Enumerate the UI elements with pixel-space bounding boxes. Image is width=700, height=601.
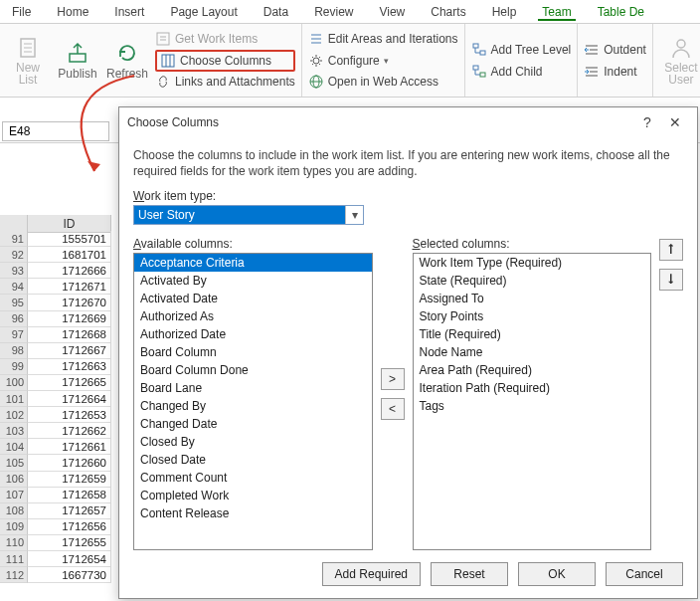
available-item[interactable]: Board Column Done [134, 361, 372, 379]
cell-id[interactable]: 1712670 [28, 295, 111, 310]
reset-button[interactable]: Reset [431, 562, 508, 586]
row-header[interactable]: 94 [0, 279, 28, 295]
row-header[interactable]: 92 [0, 247, 28, 263]
selected-item[interactable]: Title (Required) [414, 325, 651, 343]
available-columns-list[interactable]: Acceptance CriteriaActivated ByActivated… [133, 253, 373, 550]
tab-data[interactable]: Data [260, 3, 292, 21]
selected-item[interactable]: Area Path (Required) [414, 361, 651, 379]
available-item[interactable]: Closed By [134, 433, 372, 451]
tab-insert[interactable]: Insert [110, 3, 148, 21]
cell-id[interactable]: 1712657 [28, 503, 111, 519]
cell-id[interactable]: 1555701 [28, 231, 111, 247]
cell-id[interactable]: 1712656 [28, 519, 111, 535]
row-header[interactable]: 103 [0, 423, 28, 439]
move-down-button[interactable]: 🠗 [659, 269, 683, 291]
cell-id[interactable]: 1712661 [28, 439, 111, 455]
available-item[interactable]: Changed Date [134, 415, 372, 433]
available-item[interactable]: Acceptance Criteria [134, 254, 372, 272]
selected-item[interactable]: Story Points [414, 307, 651, 325]
cell-id[interactable]: 1712668 [28, 327, 111, 343]
available-item[interactable]: Closed Date [134, 451, 372, 469]
row-header[interactable]: 100 [0, 375, 28, 391]
work-item-type-combo[interactable]: User Story ▾ [133, 205, 364, 225]
tab-review[interactable]: Review [310, 3, 357, 21]
cell-id[interactable]: 1681701 [28, 247, 111, 263]
chevron-down-icon[interactable]: ▾ [345, 206, 363, 224]
choose-columns-button[interactable]: Choose Columns [155, 50, 295, 72]
row-header[interactable]: 107 [0, 488, 28, 503]
tab-charts[interactable]: Charts [427, 3, 469, 21]
cell-id[interactable]: 1712655 [28, 535, 111, 551]
indent-button[interactable]: Indent [584, 61, 646, 83]
row-header[interactable]: 98 [0, 343, 28, 359]
row-header[interactable]: 106 [0, 472, 28, 488]
cell-id[interactable]: 1712653 [28, 407, 111, 423]
cell-id[interactable]: 1712664 [28, 391, 111, 407]
selected-item[interactable]: Node Name [414, 343, 651, 361]
available-item[interactable]: Content Release [134, 504, 372, 522]
row-header[interactable]: 102 [0, 407, 28, 423]
cancel-button[interactable]: Cancel [606, 562, 683, 586]
row-header[interactable]: 96 [0, 311, 28, 327]
refresh-button[interactable]: Refresh [105, 28, 149, 93]
cell-id[interactable]: 1667730 [28, 567, 111, 583]
ok-button[interactable]: OK [518, 562, 596, 586]
row-header[interactable]: 111 [0, 551, 28, 567]
available-item[interactable]: Activated Date [134, 290, 372, 307]
row-header[interactable]: 108 [0, 503, 28, 519]
selected-item[interactable]: Work Item Type (Required) [414, 254, 651, 272]
outdent-button[interactable]: Outdent [584, 39, 646, 61]
move-right-button[interactable]: > [381, 368, 405, 390]
selected-columns-list[interactable]: Work Item Type (Required)State (Required… [413, 253, 652, 550]
available-item[interactable]: Authorized As [134, 307, 372, 325]
available-item[interactable]: Changed By [134, 397, 372, 415]
row-header[interactable]: 95 [0, 295, 28, 310]
move-up-button[interactable]: 🠕 [659, 239, 683, 261]
available-item[interactable]: Comment Count [134, 469, 372, 487]
cell-id[interactable]: 1712671 [28, 279, 111, 295]
selected-item[interactable]: State (Required) [414, 272, 651, 290]
row-header[interactable]: 110 [0, 535, 28, 551]
help-button[interactable]: ? [633, 108, 661, 136]
add-tree-level-button[interactable]: Add Tree Level [471, 39, 572, 61]
cell-id[interactable]: 1712654 [28, 551, 111, 567]
tab-help[interactable]: Help [488, 3, 521, 21]
selected-item[interactable]: Assigned To [414, 290, 651, 307]
open-web-button[interactable]: Open in Web Access [308, 71, 458, 93]
cell-id[interactable]: 1712658 [28, 488, 111, 503]
name-box[interactable]: E48 [2, 121, 109, 141]
available-item[interactable]: Activated By [134, 272, 372, 290]
cell-id[interactable]: 1712662 [28, 423, 111, 439]
move-left-button[interactable]: < [381, 398, 405, 420]
add-child-button[interactable]: Add Child [471, 61, 572, 83]
tab-file[interactable]: File [8, 3, 35, 21]
row-header[interactable]: 112 [0, 567, 28, 583]
selected-item[interactable]: Iteration Path (Required) [414, 379, 651, 397]
cell-id[interactable]: 1712665 [28, 375, 111, 391]
cell-id[interactable]: 1712669 [28, 311, 111, 327]
row-header[interactable]: 97 [0, 327, 28, 343]
tab-view[interactable]: View [375, 3, 409, 21]
available-item[interactable]: Board Column [134, 343, 372, 361]
tab-home[interactable]: Home [53, 3, 92, 21]
row-header[interactable]: 104 [0, 439, 28, 455]
row-header[interactable]: 91 [0, 231, 28, 247]
edit-areas-button[interactable]: Edit Areas and Iterations [308, 28, 458, 50]
available-item[interactable]: Board Lane [134, 379, 372, 397]
available-item[interactable]: Authorized Date [134, 325, 372, 343]
add-required-button[interactable]: Add Required [322, 562, 421, 586]
publish-button[interactable]: Publish [56, 28, 99, 93]
available-item[interactable]: Completed Work [134, 487, 372, 504]
row-header[interactable]: 101 [0, 391, 28, 407]
new-list-button[interactable]: New List [6, 28, 50, 93]
row-header[interactable]: 105 [0, 455, 28, 471]
links-attachments-button[interactable]: Links and Attachments [155, 72, 295, 94]
cell-id[interactable]: 1712659 [28, 472, 111, 488]
cell-id[interactable]: 1712666 [28, 263, 111, 279]
row-header[interactable]: 99 [0, 359, 28, 375]
cell-id[interactable]: 1712667 [28, 343, 111, 359]
row-header[interactable]: 109 [0, 519, 28, 535]
cell-id[interactable]: 1712660 [28, 455, 111, 471]
tab-page-layout[interactable]: Page Layout [166, 3, 241, 21]
select-user-button[interactable]: Select User [659, 28, 700, 93]
